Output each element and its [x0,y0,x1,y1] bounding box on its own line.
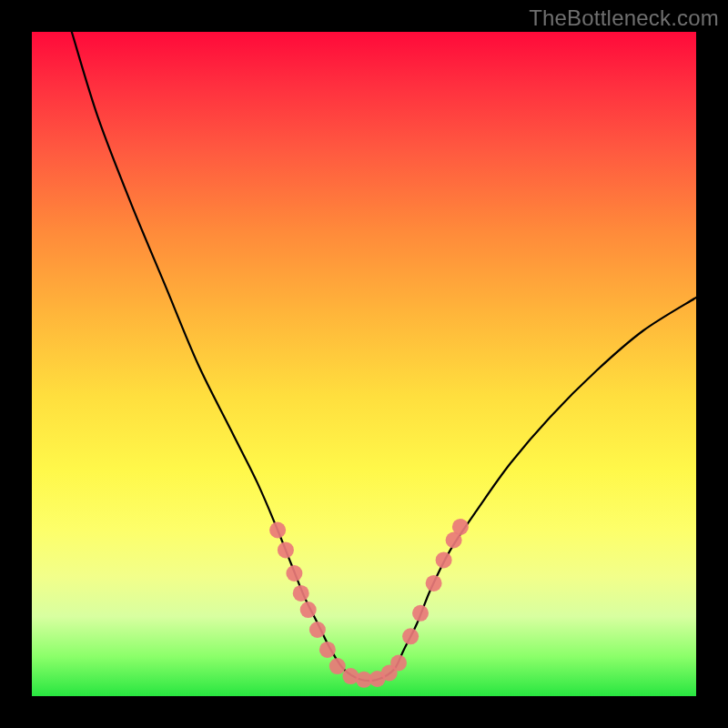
left-dot-3 [286,565,302,581]
bottleneck-curve [72,32,696,681]
right-dot-2 [412,605,429,622]
watermark-text: TheBottleneck.com [529,5,719,31]
right-dot-1 [402,628,419,644]
bottom-dot-6 [390,655,407,672]
right-dot-6 [452,519,469,535]
chart-svg [32,32,696,696]
left-dot-7 [319,642,336,658]
bottom-dot-1 [329,658,346,674]
right-dot-3 [426,575,442,592]
left-dot-4 [293,585,309,602]
right-dot-4 [436,551,452,568]
left-dot-1 [269,522,286,539]
chart-frame: TheBottleneck.com [0,0,728,728]
left-dot-2 [278,541,294,558]
left-dot-6 [309,622,326,638]
left-dot-5 [300,602,317,618]
plot-area [32,32,696,696]
